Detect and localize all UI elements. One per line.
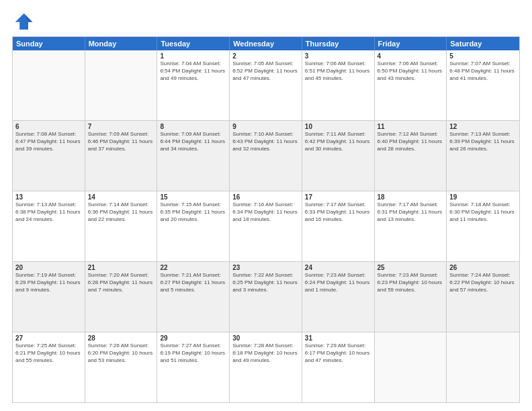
day-number: 13 xyxy=(15,193,82,201)
day-number: 11 xyxy=(378,123,444,130)
day-cell-6: 6Sunrise: 7:08 AM Sunset: 6:47 PM Daylig… xyxy=(13,121,85,191)
calendar-row: 27Sunrise: 7:25 AM Sunset: 6:21 PM Dayli… xyxy=(13,332,519,402)
day-cell-29: 29Sunrise: 7:27 AM Sunset: 6:19 PM Dayli… xyxy=(157,332,230,402)
day-info: Sunrise: 7:17 AM Sunset: 6:31 PM Dayligh… xyxy=(378,201,444,223)
day-info: Sunrise: 7:26 AM Sunset: 6:20 PM Dayligh… xyxy=(88,342,154,364)
day-number: 7 xyxy=(88,123,154,130)
day-info: Sunrise: 7:13 AM Sunset: 6:38 PM Dayligh… xyxy=(15,201,82,223)
header-day-sunday: Sunday xyxy=(13,37,85,50)
empty-cell xyxy=(447,332,519,402)
empty-cell xyxy=(375,332,447,402)
day-number: 29 xyxy=(160,334,226,342)
day-number: 20 xyxy=(15,264,82,271)
day-cell-25: 25Sunrise: 7:23 AM Sunset: 6:23 PM Dayli… xyxy=(375,262,447,332)
day-info: Sunrise: 7:17 AM Sunset: 6:33 PM Dayligh… xyxy=(305,201,371,223)
header-day-tuesday: Tuesday xyxy=(157,37,230,50)
day-number: 30 xyxy=(232,334,299,342)
day-cell-19: 19Sunrise: 7:18 AM Sunset: 6:30 PM Dayli… xyxy=(447,191,519,261)
day-info: Sunrise: 7:06 AM Sunset: 6:50 PM Dayligh… xyxy=(378,60,444,82)
day-cell-12: 12Sunrise: 7:13 AM Sunset: 6:39 PM Dayli… xyxy=(447,121,519,191)
day-cell-14: 14Sunrise: 7:14 AM Sunset: 6:36 PM Dayli… xyxy=(85,191,158,261)
day-number: 16 xyxy=(232,193,299,201)
day-cell-23: 23Sunrise: 7:22 AM Sunset: 6:25 PM Dayli… xyxy=(230,262,302,332)
logo-icon xyxy=(12,12,34,31)
day-info: Sunrise: 7:24 AM Sunset: 6:22 PM Dayligh… xyxy=(449,272,517,293)
day-info: Sunrise: 7:22 AM Sunset: 6:25 PM Dayligh… xyxy=(232,272,299,293)
day-cell-18: 18Sunrise: 7:17 AM Sunset: 6:31 PM Dayli… xyxy=(375,191,447,261)
day-cell-2: 2Sunrise: 7:05 AM Sunset: 6:52 PM Daylig… xyxy=(230,50,302,120)
day-number: 9 xyxy=(232,123,299,130)
day-info: Sunrise: 7:15 AM Sunset: 6:35 PM Dayligh… xyxy=(160,201,226,223)
day-cell-13: 13Sunrise: 7:13 AM Sunset: 6:38 PM Dayli… xyxy=(13,191,85,261)
day-info: Sunrise: 7:06 AM Sunset: 6:51 PM Dayligh… xyxy=(305,60,371,82)
day-number: 2 xyxy=(232,52,299,60)
day-number: 5 xyxy=(449,52,517,60)
day-info: Sunrise: 7:18 AM Sunset: 6:30 PM Dayligh… xyxy=(449,201,517,223)
day-info: Sunrise: 7:08 AM Sunset: 6:47 PM Dayligh… xyxy=(15,131,82,152)
day-cell-16: 16Sunrise: 7:16 AM Sunset: 6:34 PM Dayli… xyxy=(230,191,302,261)
day-number: 24 xyxy=(305,264,371,271)
day-info: Sunrise: 7:13 AM Sunset: 6:39 PM Dayligh… xyxy=(449,131,517,152)
day-info: Sunrise: 7:23 AM Sunset: 6:23 PM Dayligh… xyxy=(378,272,444,293)
day-number: 27 xyxy=(15,334,82,342)
day-cell-17: 17Sunrise: 7:17 AM Sunset: 6:33 PM Dayli… xyxy=(302,191,375,261)
day-info: Sunrise: 7:27 AM Sunset: 6:19 PM Dayligh… xyxy=(160,342,226,364)
day-cell-21: 21Sunrise: 7:20 AM Sunset: 6:28 PM Dayli… xyxy=(85,262,158,332)
day-cell-22: 22Sunrise: 7:21 AM Sunset: 6:27 PM Dayli… xyxy=(157,262,230,332)
day-info: Sunrise: 7:09 AM Sunset: 6:46 PM Dayligh… xyxy=(88,131,154,152)
day-number: 8 xyxy=(160,123,226,130)
header-day-wednesday: Wednesday xyxy=(230,37,302,50)
day-info: Sunrise: 7:25 AM Sunset: 6:21 PM Dayligh… xyxy=(15,342,82,364)
calendar-row: 13Sunrise: 7:13 AM Sunset: 6:38 PM Dayli… xyxy=(13,191,519,262)
empty-cell xyxy=(85,50,158,120)
calendar: SundayMondayTuesdayWednesdayThursdayFrid… xyxy=(12,36,520,403)
header xyxy=(12,12,520,31)
day-info: Sunrise: 7:29 AM Sunset: 6:17 PM Dayligh… xyxy=(305,342,371,364)
day-cell-28: 28Sunrise: 7:26 AM Sunset: 6:20 PM Dayli… xyxy=(85,332,158,402)
logo xyxy=(12,12,36,31)
day-cell-30: 30Sunrise: 7:28 AM Sunset: 6:18 PM Dayli… xyxy=(230,332,302,402)
day-number: 3 xyxy=(305,52,371,60)
day-info: Sunrise: 7:28 AM Sunset: 6:18 PM Dayligh… xyxy=(232,342,299,364)
day-info: Sunrise: 7:12 AM Sunset: 6:40 PM Dayligh… xyxy=(378,131,444,152)
day-info: Sunrise: 7:21 AM Sunset: 6:27 PM Dayligh… xyxy=(160,272,226,293)
day-info: Sunrise: 7:05 AM Sunset: 6:52 PM Dayligh… xyxy=(232,60,299,82)
day-info: Sunrise: 7:16 AM Sunset: 6:34 PM Dayligh… xyxy=(232,201,299,223)
day-info: Sunrise: 7:11 AM Sunset: 6:42 PM Dayligh… xyxy=(305,131,371,152)
day-number: 17 xyxy=(305,193,371,201)
day-number: 6 xyxy=(15,123,82,130)
calendar-row: 1Sunrise: 7:04 AM Sunset: 6:54 PM Daylig… xyxy=(13,50,519,121)
day-cell-9: 9Sunrise: 7:10 AM Sunset: 6:43 PM Daylig… xyxy=(230,121,302,191)
calendar-header: SundayMondayTuesdayWednesdayThursdayFrid… xyxy=(13,37,519,50)
day-info: Sunrise: 7:04 AM Sunset: 6:54 PM Dayligh… xyxy=(160,60,226,82)
day-number: 21 xyxy=(88,264,154,271)
day-cell-31: 31Sunrise: 7:29 AM Sunset: 6:17 PM Dayli… xyxy=(302,332,375,402)
day-number: 28 xyxy=(88,334,154,342)
header-day-thursday: Thursday xyxy=(302,37,375,50)
day-info: Sunrise: 7:23 AM Sunset: 6:24 PM Dayligh… xyxy=(305,272,371,293)
calendar-body: 1Sunrise: 7:04 AM Sunset: 6:54 PM Daylig… xyxy=(13,50,519,402)
day-number: 18 xyxy=(378,193,444,201)
header-day-friday: Friday xyxy=(375,37,447,50)
day-number: 22 xyxy=(160,264,226,271)
day-info: Sunrise: 7:20 AM Sunset: 6:28 PM Dayligh… xyxy=(88,272,154,293)
calendar-row: 6Sunrise: 7:08 AM Sunset: 6:47 PM Daylig… xyxy=(13,121,519,191)
day-info: Sunrise: 7:09 AM Sunset: 6:44 PM Dayligh… xyxy=(160,131,226,152)
day-cell-27: 27Sunrise: 7:25 AM Sunset: 6:21 PM Dayli… xyxy=(13,332,85,402)
day-cell-20: 20Sunrise: 7:19 AM Sunset: 6:29 PM Dayli… xyxy=(13,262,85,332)
calendar-row: 20Sunrise: 7:19 AM Sunset: 6:29 PM Dayli… xyxy=(13,262,519,332)
day-cell-24: 24Sunrise: 7:23 AM Sunset: 6:24 PM Dayli… xyxy=(302,262,375,332)
day-number: 31 xyxy=(305,334,371,342)
day-number: 26 xyxy=(449,264,517,271)
day-number: 1 xyxy=(160,52,226,60)
day-number: 25 xyxy=(378,264,444,271)
day-number: 12 xyxy=(449,123,517,130)
day-info: Sunrise: 7:10 AM Sunset: 6:43 PM Dayligh… xyxy=(232,131,299,152)
header-day-saturday: Saturday xyxy=(447,37,519,50)
day-cell-8: 8Sunrise: 7:09 AM Sunset: 6:44 PM Daylig… xyxy=(157,121,230,191)
day-cell-11: 11Sunrise: 7:12 AM Sunset: 6:40 PM Dayli… xyxy=(375,121,447,191)
day-number: 14 xyxy=(88,193,154,201)
day-cell-3: 3Sunrise: 7:06 AM Sunset: 6:51 PM Daylig… xyxy=(302,50,375,120)
day-cell-7: 7Sunrise: 7:09 AM Sunset: 6:46 PM Daylig… xyxy=(85,121,158,191)
day-number: 23 xyxy=(232,264,299,271)
